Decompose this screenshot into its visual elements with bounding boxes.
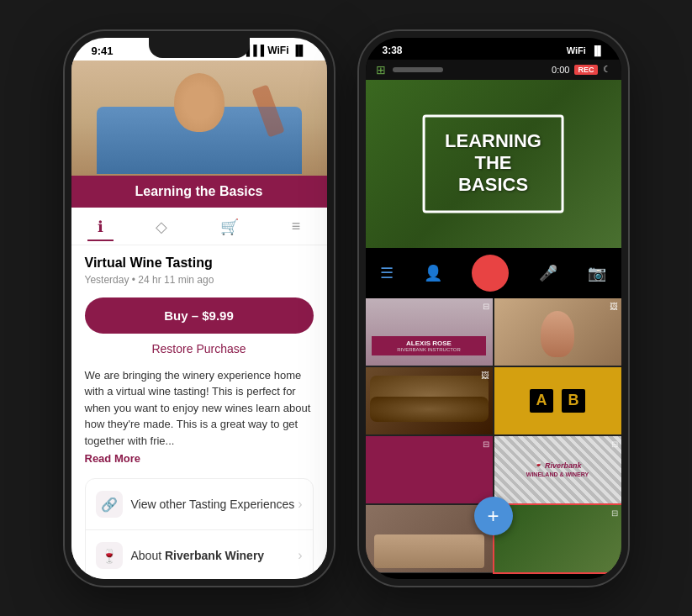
wifi-icon-left: WiFi xyxy=(267,45,288,56)
thumb-corner-icon-2: 🖼 xyxy=(610,302,618,311)
tab-bar: ℹ ◇ 🛒 ≡ xyxy=(71,208,327,245)
name-card-title: ALEXIS ROSE xyxy=(378,340,479,347)
video-controls: ☰ 👤 🎤 📷 xyxy=(366,248,621,298)
info-icon: ℹ xyxy=(98,218,103,236)
battery-icon-right: ▐▌ xyxy=(591,45,605,55)
video-title-overlay: LEARNING THE BASICS xyxy=(422,114,564,213)
right-phone: 3:38 WiFi ▐▌ ⊞ 0:00 REC ☾ xyxy=(359,31,628,586)
venue-title: Virtual Wine Tasting xyxy=(85,255,314,271)
menu-control-icon[interactable]: ☰ xyxy=(380,264,394,282)
tag-icon: ◇ xyxy=(156,218,167,236)
thumb-corner-icon-5: ⊟ xyxy=(483,440,489,449)
hero-overlay: Learning the Basics xyxy=(71,176,327,208)
list-item-tasting[interactable]: 🔗 View other Tasting Experiences › xyxy=(86,479,313,530)
tab-info[interactable]: ℹ xyxy=(87,214,114,241)
name-card-bar: ALEXIS ROSE RIVERBANK INSTRUCTOR xyxy=(372,336,486,355)
video-time: 0:00 xyxy=(552,65,569,75)
thumb-corner-icon-1: ⊟ xyxy=(483,302,489,311)
toolbar-person-btn[interactable]: 👤 xyxy=(536,580,568,586)
cart-icon: 🛒 xyxy=(220,218,239,236)
thumb-riverbank[interactable]: 🍷 RiverbankWINELAND & WINERY ⊟ xyxy=(494,436,621,503)
right-top-bar: ⊞ 0:00 REC ☾ xyxy=(366,60,621,80)
hero-image: Learning the Basics xyxy=(71,61,327,208)
moon-icon: ☾ xyxy=(603,64,611,75)
tab-tag[interactable]: ◇ xyxy=(145,214,177,241)
buy-button[interactable]: Buy – $9.99 xyxy=(85,297,314,334)
tab-cart[interactable]: 🛒 xyxy=(210,214,249,241)
time-right: 3:38 xyxy=(383,45,403,56)
thumb-learning[interactable]: LEARNING ⊟ xyxy=(494,505,621,572)
restore-purchase-link[interactable]: Restore Purchase xyxy=(85,342,314,355)
toolbar-export-btn[interactable]: ⇥ xyxy=(498,580,524,586)
video-title-line2: THE BASICS xyxy=(445,152,541,197)
thumb-corner-icon-6: ⊟ xyxy=(611,440,618,449)
notch-left xyxy=(149,38,250,58)
rec-badge: REC xyxy=(574,65,597,75)
toolbar-calendar-btn[interactable]: ▦ xyxy=(412,580,440,586)
thumb-wine-photo[interactable]: 🖼 xyxy=(494,298,621,366)
thumb-name-card[interactable]: ALEXIS ROSE RIVERBANK INSTRUCTOR ⊟ xyxy=(366,298,493,366)
phones-container: 9:41 ▐▐▐ WiFi ▐▌ Learning the Basics ℹ ◇ xyxy=(40,6,653,611)
toolbar-video-btn[interactable]: 🎬 xyxy=(452,580,484,586)
read-more-link[interactable]: Read More xyxy=(85,452,314,465)
list-item-winery[interactable]: 🍷 About Riverbank Winery › xyxy=(86,530,313,581)
fab-button[interactable]: + xyxy=(474,497,513,535)
link-icon: 🔗 xyxy=(96,491,123,518)
chevron-icon-2: › xyxy=(298,548,302,563)
thumb-corner-icon-8: ⊟ xyxy=(611,508,618,518)
left-phone: 9:41 ▐▐▐ WiFi ▐▌ Learning the Basics ℹ ◇ xyxy=(65,31,334,586)
thumb-barrels[interactable]: 🖼 xyxy=(366,367,493,434)
thumb-solid[interactable]: ⊟ xyxy=(366,436,493,503)
mic-control-icon[interactable]: 🎤 xyxy=(539,264,557,282)
thumb-corner-icon-3: 🖼 xyxy=(481,371,489,380)
tasting-experiences-label: View other Tasting Experiences xyxy=(131,498,298,511)
grid-icon: ⊞ xyxy=(376,63,386,76)
status-icons-left: ▐▐▐ WiFi ▐▌ xyxy=(243,45,307,56)
venue-subtitle: Yesterday • 24 hr 11 min ago xyxy=(85,274,314,286)
time-left: 9:41 xyxy=(92,45,114,57)
riverbank-logo: 🍷 RiverbankWINELAND & WINERY xyxy=(526,461,589,478)
ab-letter-a: A xyxy=(530,389,553,413)
winery-label: About Riverbank Winery xyxy=(131,549,298,562)
wifi-icon-right: WiFi xyxy=(567,45,586,55)
list-items: 🔗 View other Tasting Experiences › 🍷 Abo… xyxy=(85,478,314,582)
wine-icon: 🍷 xyxy=(96,542,123,569)
right-top-bar-left: ⊞ xyxy=(376,63,443,76)
video-title-line1: LEARNING xyxy=(445,130,541,152)
battery-icon-left: ▐▌ xyxy=(292,45,306,56)
phone-content: ℹ ◇ 🛒 ≡ Virtual Wine Tasting Yesterday •… xyxy=(71,208,327,586)
chevron-icon-1: › xyxy=(298,497,302,512)
right-status-icons: WiFi ▐▌ xyxy=(567,45,605,55)
record-button[interactable] xyxy=(472,255,509,292)
right-top-bar-right: 0:00 REC ☾ xyxy=(552,64,610,75)
toolbar-star-btn[interactable]: ★ xyxy=(372,580,399,586)
fab-plus-icon: + xyxy=(487,504,499,528)
progress-bar xyxy=(393,67,443,72)
thumb-ab[interactable]: A B xyxy=(494,367,621,434)
notch-right xyxy=(443,38,544,58)
tab-list[interactable]: ≡ xyxy=(282,214,311,241)
content-area: Virtual Wine Tasting Yesterday • 24 hr 1… xyxy=(71,245,327,586)
ab-letter-b: B xyxy=(562,389,585,413)
hero-title: Learning the Basics xyxy=(135,184,262,198)
camera-control-icon[interactable]: 📷 xyxy=(588,264,606,282)
description-text: We are bringing the winery experience ho… xyxy=(85,367,314,450)
name-card-sub: RIVERBANK INSTRUCTOR xyxy=(378,347,479,352)
list-icon: ≡ xyxy=(292,218,301,235)
video-preview: LEARNING THE BASICS xyxy=(366,80,621,248)
person-control-icon[interactable]: 👤 xyxy=(424,264,442,282)
bottom-toolbar: ★ ▦ 🎬 ⇥ 👤 Select xyxy=(366,572,621,586)
